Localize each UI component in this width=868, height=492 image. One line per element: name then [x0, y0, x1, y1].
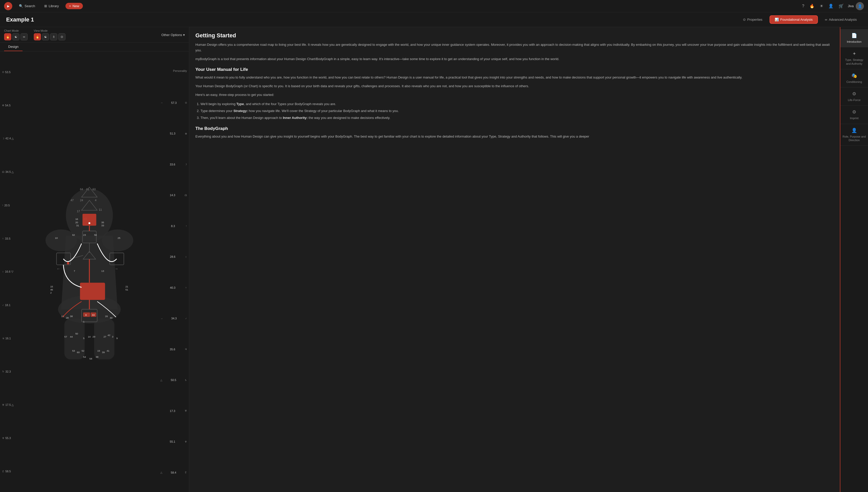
left-val-10: 32.3	[5, 370, 11, 373]
svg-text:46: 46	[50, 288, 53, 291]
venus2-symbol: ♀	[2, 270, 4, 273]
sidebar-item-conditioning[interactable]: 🎭 Conditioning	[840, 69, 868, 88]
properties-icon: ⊙	[743, 18, 746, 22]
arrow-icon: △	[160, 379, 163, 382]
bodygraph-svg: 64 61 63 47 24 4 11 17 43	[21, 178, 158, 366]
right-val-12: 55.1	[170, 440, 175, 443]
design-tab[interactable]: Design	[4, 43, 23, 51]
node-icon-r: ☊	[184, 194, 187, 197]
svg-text:58: 58	[89, 357, 92, 360]
list-item: ♅ 17.5 △	[2, 403, 18, 407]
svg-text:10: 10	[55, 237, 58, 239]
right-val-5: 8.3	[171, 224, 175, 228]
new-label: New	[73, 4, 79, 8]
chart-mode-infinity[interactable]: ∞	[21, 33, 28, 41]
cart-button[interactable]: 🛒	[838, 3, 845, 9]
list-item: ⊙ 53.5	[2, 71, 18, 74]
tab-properties[interactable]: ⊙ Properties	[738, 15, 768, 24]
left-val-8: 18.1	[5, 303, 10, 306]
svg-text:56: 56	[94, 233, 97, 236]
jupiter-symbol: ♃	[2, 337, 4, 340]
introduction-icon: 📄	[851, 33, 857, 39]
list-item: △ 50.5 ♄	[160, 378, 187, 382]
other-options-button[interactable]: Other Options ▾	[162, 33, 185, 37]
view-mode-2[interactable]: ☯	[42, 33, 49, 41]
chart-mode-yin[interactable]: ☯	[12, 33, 20, 41]
venus-symbol: ♀	[2, 237, 4, 240]
list-item: 40.3 ♀	[160, 286, 187, 289]
svg-text:53: 53	[72, 349, 75, 352]
left-val-13: 58.5	[5, 470, 11, 473]
svg-text:29: 29	[93, 335, 95, 338]
svg-text:64: 64	[80, 188, 83, 191]
svg-text:52: 52	[81, 349, 84, 352]
svg-rect-4	[65, 319, 85, 359]
right-val-10: 50.5	[171, 378, 176, 382]
svg-text:5: 5	[83, 337, 85, 340]
help-button[interactable]: ?	[801, 3, 805, 9]
svg-text:62: 62	[72, 233, 75, 236]
list-item: 33.6 ☽	[160, 163, 187, 166]
svg-text:27: 27	[104, 335, 106, 338]
arrow-icon: →	[160, 101, 163, 104]
svg-text:9: 9	[116, 337, 118, 340]
user-menu[interactable]: Jiva 👤	[848, 2, 864, 10]
para-6: Everything about you and how Human Desig…	[195, 134, 834, 139]
logo-button[interactable]	[4, 2, 12, 10]
neptune-symbol: ♆	[2, 437, 4, 440]
saturn-symbol: ♄	[2, 370, 4, 373]
left-numbers: ⊙ 53.5 ⊕ 54.5 ☽ 42.4 △ ☊ 34.5 △	[0, 51, 21, 492]
chart-mode-fire[interactable]: 🔥	[4, 33, 11, 41]
left-val-4: 34.5 △	[5, 170, 14, 174]
sun-symbol: ⊙	[2, 71, 4, 73]
view-mode-3[interactable]: 🕯	[50, 33, 57, 41]
tab-bar: ⊙ Properties 📊 Foundational Analysis ∞ A…	[738, 15, 862, 24]
para-4: Your Human Design BodyGraph (or Chart) i…	[195, 83, 834, 89]
view-mode-buttons: 🔥 ☯ 🕯 ⊙	[34, 33, 66, 41]
list-item: 8.3 ↑	[160, 224, 187, 228]
arrow-icon: △	[160, 471, 163, 474]
list-item: 17.3 ♅	[160, 410, 187, 413]
search-button[interactable]: 🔍 Search	[16, 3, 38, 9]
svg-text:35: 35	[101, 221, 104, 224]
list-item: → 57.3 ⊙	[160, 101, 187, 104]
library-button[interactable]: ⊞ Library	[42, 3, 61, 9]
para-5: Here's an easy, three-step process to ge…	[195, 92, 834, 98]
right-val-7: 40.3	[170, 286, 175, 289]
type-strategy-label: Type, Strategy and Authority	[842, 58, 866, 66]
tab-advanced-analysis[interactable]: ∞ Advanced Analysis	[820, 15, 862, 24]
view-mode-1[interactable]: 🔥	[34, 33, 41, 41]
view-mode-4[interactable]: ⊙	[58, 33, 66, 41]
left-val-6: 33.5	[5, 237, 10, 240]
tab-foundational-analysis[interactable]: 📊 Foundational Analysis	[770, 15, 818, 24]
list-item: ↑ 20.5	[2, 204, 18, 207]
fire-button[interactable]: 🔥	[809, 3, 816, 9]
list-item: → 34.3 ♂	[160, 317, 187, 320]
profile-button[interactable]: 👤	[827, 3, 835, 9]
left-val-1: 53.5	[5, 71, 10, 74]
sidebar-item-imprint[interactable]: ⚙ Imprint	[840, 106, 868, 124]
right-sidebar: 📄 Introduction ✦ Type, Strategy and Auth…	[840, 27, 868, 492]
sidebar-item-life-force[interactable]: ⚙ Life-Force	[840, 88, 868, 106]
role-purpose-icon: 👤	[851, 128, 857, 133]
svg-rect-19	[80, 282, 105, 300]
sidebar-item-role-purpose[interactable]: 👤 Role, Purpose and Direction	[840, 124, 868, 146]
right-val-13: 58.4	[171, 471, 176, 474]
bodygraph-area: 64 61 63 47 24 4 11 17 43	[21, 51, 158, 492]
new-button[interactable]: + New	[66, 3, 83, 9]
svg-text:17: 17	[77, 210, 80, 213]
svg-text:←: ←	[56, 267, 60, 271]
svg-text:42: 42	[108, 334, 110, 337]
list-item: 35.6 ♃	[160, 348, 187, 351]
right-val-8: 34.3	[171, 317, 177, 320]
svg-text:47: 47	[71, 199, 74, 202]
sidebar-item-type-strategy[interactable]: ✦ Type, Strategy and Authority	[840, 47, 868, 69]
svg-text:44: 44	[70, 335, 73, 338]
list-item: ♆ 55.3	[2, 437, 18, 440]
chart-mode-label: Chart Mode	[4, 29, 28, 32]
jupiter-icon-r: ♃	[184, 348, 187, 351]
other-options-label: Other Options	[162, 33, 182, 37]
list-item: ♄ 32.3	[2, 370, 18, 373]
sun-button[interactable]: ☀	[819, 3, 824, 9]
sidebar-item-introduction[interactable]: 📄 Introduction	[840, 29, 868, 47]
